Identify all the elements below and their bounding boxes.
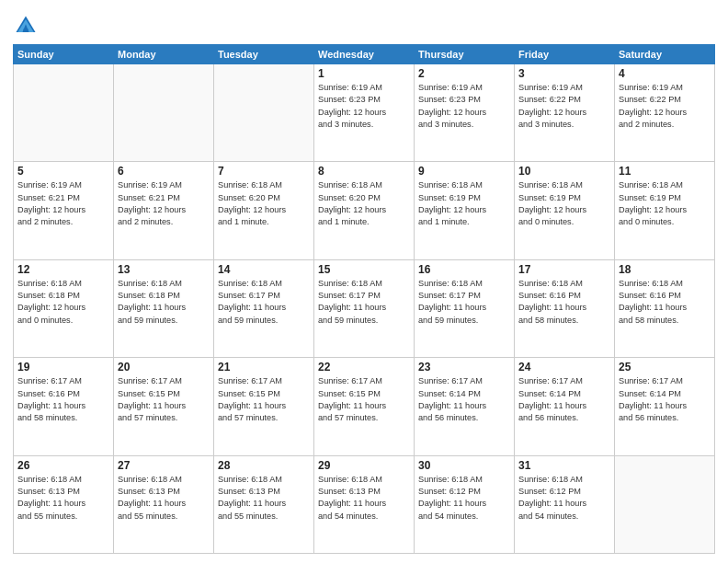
calendar-cell: 9Sunrise: 6:18 AM Sunset: 6:19 PM Daylig…: [415, 162, 515, 259]
calendar-cell: [114, 64, 214, 162]
calendar-cell: 31Sunrise: 6:18 AM Sunset: 6:12 PM Dayli…: [515, 455, 615, 553]
calendar-cell: 1Sunrise: 6:19 AM Sunset: 6:23 PM Daylig…: [314, 64, 415, 162]
calendar-cell: 16Sunrise: 6:18 AM Sunset: 6:17 PM Dayli…: [415, 259, 515, 357]
day-number: 1: [318, 67, 410, 80]
calendar-cell: 8Sunrise: 6:18 AM Sunset: 6:20 PM Daylig…: [314, 162, 415, 259]
day-info: Sunrise: 6:17 AM Sunset: 6:14 PM Dayligh…: [619, 375, 711, 424]
day-number: 23: [418, 361, 510, 373]
day-info: Sunrise: 6:19 AM Sunset: 6:21 PM Dayligh…: [17, 179, 109, 228]
logo-icon: [13, 13, 39, 39]
day-number: 7: [218, 165, 310, 178]
calendar-cell: 28Sunrise: 6:18 AM Sunset: 6:13 PM Dayli…: [214, 455, 314, 553]
weekday-header-monday: Monday: [114, 45, 214, 64]
day-info: Sunrise: 6:18 AM Sunset: 6:12 PM Dayligh…: [518, 474, 610, 523]
calendar-cell: 6Sunrise: 6:19 AM Sunset: 6:21 PM Daylig…: [114, 162, 214, 259]
calendar-cell: 5Sunrise: 6:19 AM Sunset: 6:21 PM Daylig…: [14, 162, 114, 259]
day-info: Sunrise: 6:17 AM Sunset: 6:16 PM Dayligh…: [17, 375, 109, 424]
calendar-cell: 20Sunrise: 6:17 AM Sunset: 6:15 PM Dayli…: [114, 358, 214, 455]
day-number: 13: [118, 263, 210, 276]
day-number: 16: [418, 263, 510, 276]
header: [13, 9, 715, 39]
day-number: 31: [518, 459, 610, 472]
day-number: 22: [318, 361, 410, 373]
day-info: Sunrise: 6:18 AM Sunset: 6:19 PM Dayligh…: [418, 179, 510, 228]
day-number: 3: [518, 67, 610, 80]
weekday-header-thursday: Thursday: [415, 45, 515, 64]
day-number: 18: [619, 263, 711, 276]
calendar: SundayMondayTuesdayWednesdayThursdayFrid…: [13, 44, 715, 554]
day-info: Sunrise: 6:18 AM Sunset: 6:16 PM Dayligh…: [518, 278, 610, 327]
day-number: 21: [218, 361, 310, 373]
day-info: Sunrise: 6:17 AM Sunset: 6:15 PM Dayligh…: [318, 375, 410, 424]
calendar-cell: 2Sunrise: 6:19 AM Sunset: 6:23 PM Daylig…: [415, 64, 515, 162]
calendar-cell: 24Sunrise: 6:17 AM Sunset: 6:14 PM Dayli…: [515, 358, 615, 455]
day-info: Sunrise: 6:19 AM Sunset: 6:23 PM Dayligh…: [318, 82, 410, 131]
day-info: Sunrise: 6:17 AM Sunset: 6:15 PM Dayligh…: [118, 375, 210, 424]
day-info: Sunrise: 6:19 AM Sunset: 6:22 PM Dayligh…: [619, 82, 711, 131]
calendar-cell: 25Sunrise: 6:17 AM Sunset: 6:14 PM Dayli…: [615, 358, 715, 455]
calendar-cell: 14Sunrise: 6:18 AM Sunset: 6:17 PM Dayli…: [214, 259, 314, 357]
day-number: 2: [418, 67, 510, 80]
page: SundayMondayTuesdayWednesdayThursdayFrid…: [0, 0, 728, 563]
calendar-cell: 21Sunrise: 6:17 AM Sunset: 6:15 PM Dayli…: [214, 358, 314, 455]
calendar-cell: 17Sunrise: 6:18 AM Sunset: 6:16 PM Dayli…: [515, 259, 615, 357]
weekday-header-saturday: Saturday: [615, 45, 715, 64]
logo: [13, 13, 41, 39]
day-info: Sunrise: 6:18 AM Sunset: 6:13 PM Dayligh…: [318, 474, 410, 523]
week-row-3: 19Sunrise: 6:17 AM Sunset: 6:16 PM Dayli…: [14, 358, 715, 455]
day-number: 24: [518, 361, 610, 373]
day-info: Sunrise: 6:18 AM Sunset: 6:16 PM Dayligh…: [619, 278, 711, 327]
calendar-cell: 7Sunrise: 6:18 AM Sunset: 6:20 PM Daylig…: [214, 162, 314, 259]
calendar-cell: 26Sunrise: 6:18 AM Sunset: 6:13 PM Dayli…: [14, 455, 114, 553]
day-number: 27: [118, 459, 210, 472]
day-info: Sunrise: 6:18 AM Sunset: 6:17 PM Dayligh…: [418, 278, 510, 327]
calendar-cell: 12Sunrise: 6:18 AM Sunset: 6:18 PM Dayli…: [14, 259, 114, 357]
day-number: 29: [318, 459, 410, 472]
calendar-cell: 22Sunrise: 6:17 AM Sunset: 6:15 PM Dayli…: [314, 358, 415, 455]
day-number: 8: [318, 165, 410, 178]
day-number: 26: [17, 459, 109, 472]
day-info: Sunrise: 6:18 AM Sunset: 6:19 PM Dayligh…: [518, 179, 610, 228]
calendar-cell: 23Sunrise: 6:17 AM Sunset: 6:14 PM Dayli…: [415, 358, 515, 455]
day-number: 12: [17, 263, 109, 276]
calendar-cell: 18Sunrise: 6:18 AM Sunset: 6:16 PM Dayli…: [615, 259, 715, 357]
day-number: 10: [518, 165, 610, 178]
day-info: Sunrise: 6:18 AM Sunset: 6:20 PM Dayligh…: [318, 179, 410, 228]
calendar-cell: 30Sunrise: 6:18 AM Sunset: 6:12 PM Dayli…: [415, 455, 515, 553]
day-number: 19: [17, 361, 109, 373]
weekday-header-friday: Friday: [515, 45, 615, 64]
day-number: 20: [118, 361, 210, 373]
calendar-cell: 15Sunrise: 6:18 AM Sunset: 6:17 PM Dayli…: [314, 259, 415, 357]
weekday-header-tuesday: Tuesday: [214, 45, 314, 64]
calendar-cell: 10Sunrise: 6:18 AM Sunset: 6:19 PM Dayli…: [515, 162, 615, 259]
day-info: Sunrise: 6:18 AM Sunset: 6:12 PM Dayligh…: [418, 474, 510, 523]
day-number: 5: [17, 165, 109, 178]
day-info: Sunrise: 6:18 AM Sunset: 6:18 PM Dayligh…: [118, 278, 210, 327]
day-number: 11: [619, 165, 711, 178]
svg-rect-2: [23, 29, 28, 33]
week-row-0: 1Sunrise: 6:19 AM Sunset: 6:23 PM Daylig…: [14, 64, 715, 162]
day-info: Sunrise: 6:18 AM Sunset: 6:17 PM Dayligh…: [218, 278, 310, 327]
day-info: Sunrise: 6:17 AM Sunset: 6:15 PM Dayligh…: [218, 375, 310, 424]
weekday-header-wednesday: Wednesday: [314, 45, 415, 64]
day-number: 6: [118, 165, 210, 178]
day-info: Sunrise: 6:19 AM Sunset: 6:23 PM Dayligh…: [418, 82, 510, 131]
day-info: Sunrise: 6:19 AM Sunset: 6:21 PM Dayligh…: [118, 179, 210, 228]
calendar-cell: 29Sunrise: 6:18 AM Sunset: 6:13 PM Dayli…: [314, 455, 415, 553]
week-row-1: 5Sunrise: 6:19 AM Sunset: 6:21 PM Daylig…: [14, 162, 715, 259]
day-number: 14: [218, 263, 310, 276]
day-info: Sunrise: 6:18 AM Sunset: 6:13 PM Dayligh…: [17, 474, 109, 523]
day-number: 25: [619, 361, 711, 373]
day-info: Sunrise: 6:17 AM Sunset: 6:14 PM Dayligh…: [418, 375, 510, 424]
day-number: 17: [518, 263, 610, 276]
calendar-cell: 3Sunrise: 6:19 AM Sunset: 6:22 PM Daylig…: [515, 64, 615, 162]
day-number: 15: [318, 263, 410, 276]
week-row-4: 26Sunrise: 6:18 AM Sunset: 6:13 PM Dayli…: [14, 455, 715, 553]
day-info: Sunrise: 6:18 AM Sunset: 6:18 PM Dayligh…: [17, 278, 109, 327]
day-info: Sunrise: 6:18 AM Sunset: 6:20 PM Dayligh…: [218, 179, 310, 228]
day-info: Sunrise: 6:17 AM Sunset: 6:14 PM Dayligh…: [518, 375, 610, 424]
day-number: 9: [418, 165, 510, 178]
calendar-cell: [214, 64, 314, 162]
calendar-cell: [615, 455, 715, 553]
day-info: Sunrise: 6:18 AM Sunset: 6:17 PM Dayligh…: [318, 278, 410, 327]
